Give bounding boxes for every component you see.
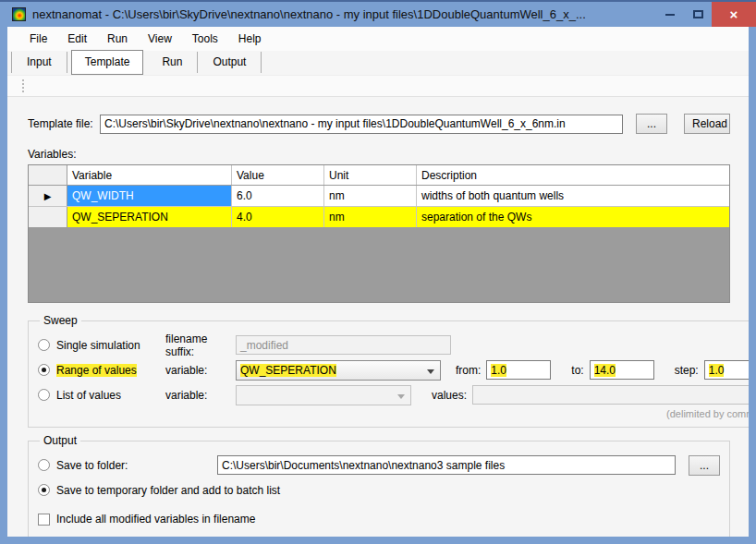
single-simulation-row: Single simulation filename suffix: _modi… [38,332,749,357]
save-folder-input[interactable] [217,455,676,475]
list-of-values-radio[interactable] [38,389,50,401]
values-hint: (delimited by commas) [38,407,749,421]
cell-unit[interactable]: nm [324,186,417,206]
menu-view[interactable]: View [139,29,181,49]
minimize-icon [665,14,675,16]
tab-template[interactable]: Template [71,50,144,75]
include-modified-label[interactable]: Include all modified variables in filena… [56,513,255,526]
range-of-values-label[interactable]: Range of values [56,364,165,377]
step-label: step: [675,364,699,377]
tab-strip: Input Template Run Output [7,51,749,75]
menu-run[interactable]: Run [98,29,137,49]
window-title: nextnanomat - C:\Users\bir\SkyDrive\next… [32,7,656,21]
title-bar: nextnanomat - C:\Users\bir\SkyDrive\next… [0,2,756,27]
list-variable-dropdown[interactable] [236,385,411,405]
from-label: from: [456,364,481,377]
save-temp-radio[interactable] [38,484,50,496]
toolbar-grip-icon[interactable] [22,79,24,92]
template-browse-button[interactable]: ... [636,114,667,134]
save-temp-row: Save to temporary folder and add to batc… [38,478,720,502]
chevron-down-icon [427,369,434,374]
include-modified-checkbox[interactable] [38,514,50,526]
range-of-values-row: Range of values variable: QW_SEPERATION … [38,357,749,382]
template-tab-content: Template file: ... Reload Variables: Var… [7,97,749,537]
to-input[interactable]: 14.0 [590,360,654,380]
table-empty-area [29,228,729,302]
close-icon: × [730,7,738,21]
range-of-values-radio[interactable] [38,364,50,376]
variables-label: Variables: [28,148,730,161]
col-header-variable[interactable]: Variable [67,165,232,185]
list-of-values-label[interactable]: List of values [56,389,165,402]
table-row-qw-width[interactable]: ▶ QW_WIDTH 6.0 nm widths of both quantum… [29,186,729,207]
cell-unit[interactable]: nm [324,207,417,227]
window-controls: × [656,2,756,27]
minimize-button[interactable] [656,2,684,27]
menu-edit[interactable]: Edit [58,29,96,49]
filename-suffix-label: filename suffix: [165,332,236,358]
col-header-value[interactable]: Value [232,165,324,185]
list-of-values-row: List of values variable: values: [38,382,749,407]
toolbar [7,75,749,97]
output-groupbox-label: Output [40,434,80,447]
row-header-cell [29,165,67,185]
maximize-icon [693,10,703,18]
save-to-folder-label[interactable]: Save to folder: [56,459,212,472]
cell-value[interactable]: 6.0 [232,186,324,206]
menu-bar: File Edit Run View Tools Help [7,27,749,51]
client-area: File Edit Run View Tools Help Input Temp… [7,27,749,537]
values-label: values: [432,389,467,402]
tab-output[interactable]: Output [198,52,262,73]
current-row-indicator-icon: ▶ [44,191,52,201]
row-selector[interactable]: ▶ [29,186,67,206]
table-row-qw-seperation[interactable]: QW_SEPERATION 4.0 nm separation of the Q… [29,207,729,228]
include-modified-row: Include all modified variables in filena… [38,508,720,530]
list-variable-label: variable: [165,389,236,402]
range-variable-label: variable: [165,364,236,377]
col-header-unit[interactable]: Unit [324,165,417,185]
tab-input[interactable]: Input [11,52,67,73]
values-input[interactable] [472,385,749,405]
cell-description[interactable]: separation of the QWs [417,207,729,227]
menu-tools[interactable]: Tools [183,29,227,49]
menu-help[interactable]: Help [229,29,271,49]
variables-table: Variable Value Unit Description ▶ QW_WID… [28,164,730,303]
chevron-down-icon [397,394,405,399]
app-icon [12,7,26,21]
template-file-input[interactable] [100,115,623,134]
cell-variable[interactable]: QW_WIDTH [67,186,232,206]
tab-run[interactable]: Run [147,52,198,73]
row-selector[interactable] [29,207,67,227]
save-temp-label[interactable]: Save to temporary folder and add to batc… [56,484,280,497]
save-to-folder-radio[interactable] [38,459,50,471]
reload-button[interactable]: Reload [684,114,730,134]
app-window: nextnanomat - C:\Users\bir\SkyDrive\next… [0,0,756,544]
save-to-folder-row: Save to folder: ... [38,453,720,478]
range-variable-dropdown[interactable]: QW_SEPERATION [236,360,441,381]
sweep-groupbox: Sweep Single simulation filename suffix:… [28,314,749,428]
single-simulation-label[interactable]: Single simulation [56,339,165,352]
cell-description[interactable]: widths of both quantum wells [417,186,729,206]
cell-value[interactable]: 4.0 [232,207,324,227]
step-input[interactable]: 1.0 [704,360,749,380]
from-input[interactable]: 1.0 [486,360,551,380]
close-button[interactable]: × [712,2,756,27]
sweep-groupbox-label: Sweep [40,314,81,327]
col-header-description[interactable]: Description [417,165,729,185]
filename-suffix-input[interactable]: _modified [236,335,451,355]
template-file-row: Template file: ... Reload [28,114,730,134]
template-file-label: Template file: [28,117,100,130]
single-simulation-radio[interactable] [38,339,50,351]
to-label: to: [571,364,583,377]
output-groupbox: Output Save to folder: ... Save to tempo… [28,434,730,537]
maximize-button[interactable] [684,2,712,27]
table-header-row: Variable Value Unit Description [29,165,729,186]
save-folder-browse-button[interactable]: ... [689,455,720,476]
cell-variable[interactable]: QW_SEPERATION [67,207,232,227]
menu-file[interactable]: File [20,29,56,49]
